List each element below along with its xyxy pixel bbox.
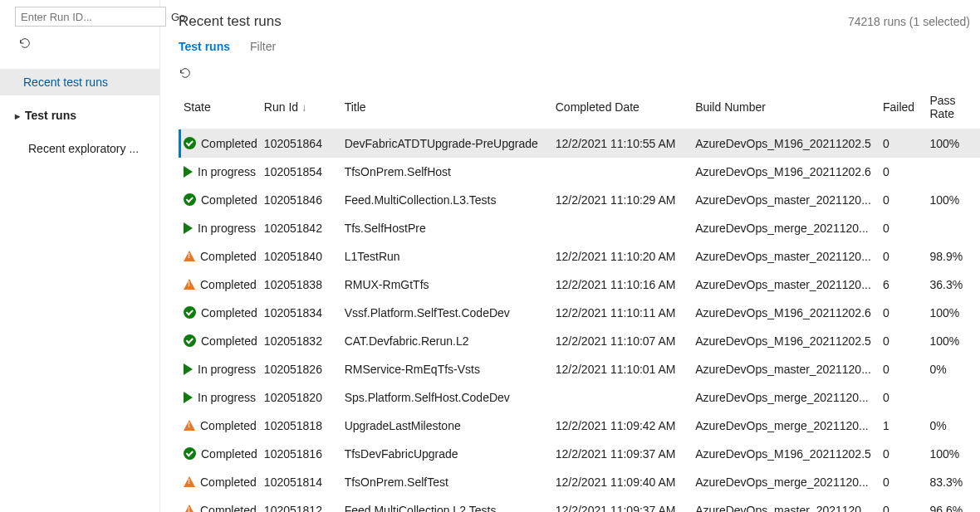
cell-date: 12/2/2021 11:09:37 AM	[556, 440, 695, 468]
cell-runid: 102051864	[264, 129, 345, 158]
cell-state: In progress	[179, 383, 264, 412]
warn-icon	[184, 251, 195, 261]
nav-recent-exploratory[interactable]: Recent exploratory ...	[0, 135, 159, 162]
cell-runid: 102051832	[264, 327, 345, 355]
cell-failed: 0	[883, 440, 929, 468]
run-id-input[interactable]	[15, 7, 166, 27]
table-row[interactable]: Completed 102051814 TfsOnPrem.SelfTest 1…	[179, 468, 980, 496]
cell-passrate	[929, 214, 980, 242]
tab-test-runs[interactable]: Test runs	[179, 40, 230, 55]
state-label: Completed	[200, 419, 257, 432]
cell-title: TfsOnPrem.SelfHost	[345, 158, 556, 186]
cell-failed: 1	[883, 412, 929, 440]
cell-failed: 0	[883, 327, 929, 355]
table-row[interactable]: Completed 102051816 TfsDevFabricUpgrade …	[179, 440, 980, 468]
cell-build: AzureDevOps_M196_20211202.6	[695, 158, 883, 186]
cell-runid: 102051812	[264, 496, 345, 513]
cell-failed: 0	[883, 129, 929, 158]
cell-title: DevFabricATDTUpgrade-PreUpgrade	[345, 129, 556, 158]
cell-failed: 0	[883, 355, 929, 383]
cell-date: 12/2/2021 11:10:07 AM	[556, 327, 695, 355]
cell-passrate: 100%	[929, 299, 980, 327]
cell-build: AzureDevOps_M196_20211202.6	[695, 299, 883, 327]
col-passrate[interactable]: Pass Rate	[929, 87, 980, 129]
table-row[interactable]: Completed 102051846 Feed.MultiCollection…	[179, 186, 980, 214]
cell-passrate	[929, 383, 980, 412]
tabs: Test runs Filter	[179, 40, 980, 55]
cell-runid: 102051826	[264, 355, 345, 383]
col-runid[interactable]: Run Id↓	[264, 87, 345, 129]
cell-build: AzureDevOps_M196_20211202.5	[695, 327, 883, 355]
cell-state: Completed	[179, 468, 264, 496]
table-row[interactable]: In progress 102051820 Sps.Platform.SelfH…	[179, 383, 980, 412]
col-completed[interactable]: Completed Date	[556, 87, 695, 129]
header-row: Recent test runs 74218 runs (1 selected)	[179, 13, 980, 30]
cell-passrate: 98.9%	[929, 242, 980, 271]
cell-build: AzureDevOps_merge_2021120...	[695, 412, 883, 440]
cell-runid: 102051820	[264, 383, 345, 412]
col-title[interactable]: Title	[345, 87, 556, 129]
table-row[interactable]: In progress 102051854 TfsOnPrem.SelfHost…	[179, 158, 980, 186]
table-row[interactable]: Completed 102051838 RMUX-RmGtTfs 12/2/20…	[179, 271, 980, 299]
warn-icon	[184, 505, 195, 512]
table-row[interactable]: In progress 102051842 Tfs.SelfHostPre Az…	[179, 214, 980, 242]
table-row[interactable]: Completed 102051832 CAT.Devfabric.Rerun.…	[179, 327, 980, 355]
refresh-icon[interactable]	[179, 66, 192, 82]
main-content: Recent test runs 74218 runs (1 selected)…	[160, 0, 980, 512]
cell-runid: 102051816	[264, 440, 345, 468]
cell-state: In progress	[179, 355, 264, 383]
table-row[interactable]: Completed 102051834 Vssf.Platform.SelfTe…	[179, 299, 980, 327]
cell-failed: 0	[883, 383, 929, 412]
cell-title: TfsOnPrem.SelfTest	[345, 468, 556, 496]
success-icon	[184, 137, 196, 149]
state-label: Completed	[200, 475, 257, 489]
cell-failed: 0	[883, 468, 929, 496]
table-row[interactable]: In progress 102051826 RMService-RmEqTfs-…	[179, 355, 980, 383]
cell-date: 12/2/2021 11:10:55 AM	[556, 129, 695, 158]
nav-test-runs[interactable]: Test runs	[0, 100, 159, 130]
state-label: In progress	[198, 165, 256, 178]
cell-state: Completed	[179, 412, 264, 440]
success-icon	[184, 447, 196, 460]
cell-state: Completed	[179, 440, 264, 468]
cell-build: AzureDevOps_M196_20211202.5	[695, 440, 883, 468]
col-runid-label: Run Id	[264, 100, 298, 114]
cell-passrate: 83.3%	[929, 468, 980, 496]
cell-runid: 102051840	[264, 242, 345, 271]
cell-passrate: 0%	[929, 412, 980, 440]
cell-date: 12/2/2021 11:10:16 AM	[556, 271, 695, 299]
table-row[interactable]: Completed 102051812 Feed.MultiCollection…	[179, 496, 980, 513]
cell-passrate: 100%	[929, 186, 980, 214]
sort-descending-icon: ↓	[301, 102, 306, 114]
cell-build: AzureDevOps_merge_2021120...	[695, 468, 883, 496]
cell-title: L1TestRun	[345, 242, 556, 271]
col-failed[interactable]: Failed	[883, 87, 929, 129]
cell-title: RMUX-RmGtTfs	[345, 271, 556, 299]
tab-filter[interactable]: Filter	[250, 40, 276, 55]
cell-passrate: 100%	[929, 129, 980, 158]
cell-runid: 102051838	[264, 271, 345, 299]
progress-icon	[184, 222, 193, 234]
cell-failed: 0	[883, 496, 929, 513]
cell-date: 12/2/2021 11:10:01 AM	[556, 355, 695, 383]
cell-passrate: 100%	[929, 327, 980, 355]
col-build[interactable]: Build Number	[695, 87, 883, 129]
progress-icon	[184, 392, 193, 403]
cell-build: AzureDevOps_M196_20211202.5	[695, 129, 883, 158]
table-row[interactable]: Completed 102051840 L1TestRun 12/2/2021 …	[179, 242, 980, 271]
state-label: In progress	[198, 222, 256, 235]
progress-icon	[184, 166, 193, 178]
cell-date	[556, 383, 695, 412]
success-icon	[184, 193, 196, 206]
state-label: Completed	[201, 306, 257, 319]
refresh-icon[interactable]	[18, 37, 32, 52]
cell-failed: 0	[883, 242, 929, 271]
table-row[interactable]: Completed 102051818 UpgradeLastMilestone…	[179, 412, 980, 440]
cell-date: 12/2/2021 11:09:40 AM	[556, 468, 695, 496]
cell-state: In progress	[179, 214, 264, 242]
cell-state: Completed	[179, 129, 264, 158]
col-state[interactable]: State	[179, 87, 264, 129]
cell-state: Completed	[179, 327, 264, 355]
nav-recent-test-runs[interactable]: Recent test runs	[0, 69, 159, 95]
table-row[interactable]: Completed 102051864 DevFabricATDTUpgrade…	[179, 129, 980, 158]
